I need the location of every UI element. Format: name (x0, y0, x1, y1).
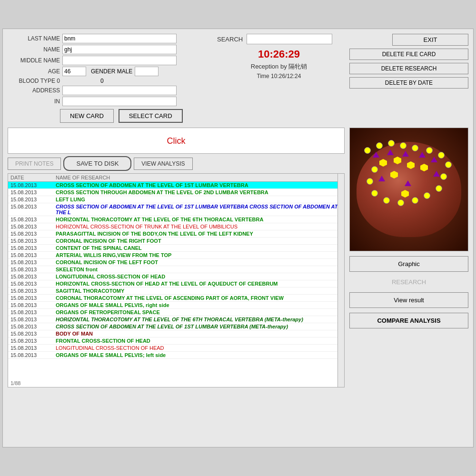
row-date: 15.08.2013 (10, 281, 46, 287)
page-count: 1/88 (10, 380, 20, 386)
yellow-dot (412, 197, 418, 204)
row-date: 15.08.2013 (10, 204, 46, 215)
hex-marker (394, 157, 401, 164)
last-name-input[interactable] (62, 34, 177, 43)
table-row[interactable]: 15.08.2013CROSS SECTION OF ABDOMEN AT TH… (8, 182, 344, 189)
row-name: CROSS SECTION OF ABDOMEN AT THE LEVEL OF… (56, 204, 342, 215)
middle-name-input[interactable] (62, 56, 177, 65)
table-row[interactable]: 15.08.2013CROSS SECTION OF ABDOMEN AT TH… (8, 323, 344, 330)
table-row[interactable]: 15.08.2013PARASAGITTAL INCISION OF THE B… (8, 230, 344, 238)
table-row[interactable]: 15.08.2013CORONAL INCISION OF THE RIGHT … (8, 238, 344, 245)
triangle-marker (405, 180, 411, 186)
row-name: ORGANS OF MALE SMALL PELVIS, right side (56, 302, 342, 308)
row-date: 15.08.2013 (10, 252, 46, 258)
triangle-marker (373, 152, 379, 158)
top-section: LAST NAME NAME MIDDLE NAME AGE GENDER MA… (8, 34, 468, 123)
search-input[interactable] (247, 34, 332, 44)
notes-text-area[interactable]: Click (8, 128, 345, 154)
table-row[interactable]: 15.08.2013SAGITTAL THORACOTOMY (8, 288, 344, 295)
table-row[interactable]: 15.08.2013FRONTAL CROSS-SECTION OF HEAD (8, 337, 344, 345)
delete-research-button[interactable]: DELETE RESEARCH (349, 63, 468, 74)
content-area: Click PRINT NOTES SAVE TO DISK VIEW ANAL… (8, 128, 468, 387)
address-label: ADDRESS (8, 87, 60, 94)
view-result-button[interactable]: View result (349, 292, 468, 308)
delete-by-date-button[interactable]: DELETE BY DATE (349, 77, 468, 89)
table-row[interactable]: 15.08.2013BODY OF MAN (8, 330, 344, 337)
table-row[interactable]: 15.08.2013ARTERIAL WILLIS RING,VIEW FROM… (8, 252, 344, 259)
table-row[interactable]: 15.08.2013CROSS SECTION THROUGH ABDOMEN … (8, 189, 344, 196)
new-card-button[interactable]: NEW CARD (60, 109, 114, 123)
row-name: HORIZONTAL THORACOTOMY AT THE LEVEL OF T… (56, 317, 342, 322)
table-row[interactable]: 15.08.2013ORGANS OF RETROPERITONEAL SPAC… (8, 309, 344, 316)
row-name: LONGITUDINAL CROSS-SECTION OF HEAD (56, 274, 342, 279)
in-input[interactable] (62, 97, 177, 106)
table-row[interactable]: 15.08.2013HORIZONTAL CROSS-SECTION OF TR… (8, 223, 344, 230)
dots-container (350, 128, 468, 251)
yellow-dot (371, 166, 378, 173)
table-row[interactable]: 15.08.2013LONGITUDINAL CROSS-SECTION OF … (8, 273, 344, 280)
age-label: AGE (8, 68, 60, 75)
row-date: 15.08.2013 (10, 182, 46, 188)
last-name-row: LAST NAME (8, 34, 212, 43)
hex-marker (407, 161, 415, 169)
card-buttons: NEW CARD SELECT CARD (60, 109, 212, 123)
row-date: 15.08.2013 (10, 288, 46, 294)
gender-input[interactable] (135, 67, 159, 76)
table-row[interactable]: 15.08.2013LEFT LUNG (8, 196, 344, 203)
time-display: 10:26:29 (217, 48, 341, 60)
address-input[interactable] (62, 86, 177, 95)
row-name: CROSS SECTION OF ABDOMEN AT THE LEVEL OF… (56, 182, 342, 188)
yellow-dot (364, 147, 371, 154)
row-date: 15.08.2013 (10, 274, 46, 279)
row-date: 15.08.2013 (10, 245, 46, 251)
row-date: 15.08.2013 (10, 217, 46, 222)
view-analysis-button[interactable]: VIEW ANALYSIS (134, 158, 192, 170)
table-row[interactable]: 15.08.2013CROSS SECTION OF ABDOMEN AT TH… (8, 203, 344, 216)
table-row[interactable]: 15.08.2013ORGANS OF MALE SMALL PELVIS, r… (8, 302, 344, 309)
row-name: SAGITTAL THORACOTOMY (56, 288, 342, 294)
table-row[interactable]: 15.08.2013SKELETON front (8, 266, 344, 273)
row-date: 15.08.2013 (10, 324, 46, 329)
triangle-marker (431, 157, 437, 162)
age-input[interactable] (62, 67, 86, 76)
row-name: FRONTAL CROSS-SECTION OF HEAD (56, 338, 342, 344)
print-notes-button[interactable]: PRINT NOTES (8, 158, 61, 170)
yellow-dot (424, 192, 430, 199)
action-buttons: PRINT NOTES SAVE TO DISK VIEW ANALYSIS (8, 156, 345, 171)
graphic-button[interactable]: Graphic (349, 256, 468, 272)
scrollbar[interactable] (337, 174, 344, 387)
table-row[interactable]: 15.08.2013HORIZONTAL CROSS-SECTION OF HE… (8, 280, 344, 288)
in-row: IN (8, 97, 212, 106)
save-to-disk-button[interactable]: SAVE TO DISK (63, 156, 131, 171)
delete-file-card-button[interactable]: DELETE FILE CARD (349, 49, 468, 60)
table-row[interactable]: 15.08.2013ORGANS OF MALE SMALL PELVIS; l… (8, 352, 344, 359)
anatomy-image-container (349, 128, 468, 251)
table-row[interactable]: 15.08.2013CORONAL INCISION OF THE LEFT F… (8, 259, 344, 266)
table-row[interactable]: 15.08.2013CORONAL THORACOTOMY AT THE LEV… (8, 295, 344, 302)
row-name: BODY OF MAN (56, 331, 342, 337)
exit-button[interactable]: EXIT (392, 34, 468, 46)
row-date: 15.08.2013 (10, 338, 46, 344)
row-date: 15.08.2013 (10, 238, 46, 244)
table-row[interactable]: 15.08.2013HORIZONTAL THORACOTOMY AT THE … (8, 316, 344, 323)
row-date: 15.08.2013 (10, 259, 46, 265)
row-name: HORIZONTAL CROSS-SECTION OF HEAD AT THE … (56, 281, 342, 287)
row-date: 15.08.2013 (10, 302, 46, 308)
yellow-dot (426, 147, 433, 154)
table-row[interactable]: 15.08.2013CONTENT OF THE SPINAL CANEL (8, 245, 344, 252)
yellow-dot (376, 142, 383, 149)
table-row[interactable]: 15.08.2013HORIZONTAL THORACOTOMY AT THE … (8, 216, 344, 223)
name-input[interactable] (62, 45, 177, 54)
research-label: RESEARCH (349, 277, 468, 288)
row-date: 15.08.2013 (10, 189, 46, 195)
table-row[interactable]: 15.08.2013LONGITUDINAL CROSS-SECTION OF … (8, 345, 344, 352)
main-container: LAST NAME NAME MIDDLE NAME AGE GENDER MA… (2, 29, 474, 447)
compare-analysis-button[interactable]: COMPARE ANALYSIS (349, 313, 468, 328)
blood-value: 0 (100, 78, 104, 84)
select-card-button[interactable]: SELECT CARD (119, 109, 183, 123)
search-area: SEARCH (217, 34, 341, 44)
row-name: ARTERIAL WILLIS RING,VIEW FROM THE TOP (56, 252, 342, 258)
hex-marker (420, 164, 428, 171)
row-date: 15.08.2013 (10, 345, 46, 351)
left-panel: Click PRINT NOTES SAVE TO DISK VIEW ANAL… (8, 128, 345, 387)
